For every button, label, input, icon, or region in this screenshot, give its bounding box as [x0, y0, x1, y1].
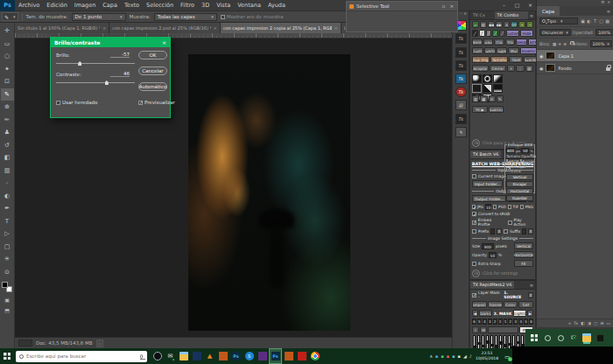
document-image[interactable] [188, 54, 350, 331]
zoom-field[interactable] [18, 340, 32, 346]
combo-button[interactable]: Super [497, 47, 508, 54]
size-field[interactable]: 800 [482, 243, 494, 249]
filter-icon[interactable]: ▦ [604, 18, 610, 24]
combo-button[interactable]: Lum [472, 47, 483, 54]
minimize-button[interactable]: – [497, 0, 511, 10]
tray-expand[interactable]: ∧ [429, 354, 433, 359]
tool-button[interactable]: ⊙ [1, 266, 14, 279]
darks-zone-button[interactable]: 2 [493, 318, 497, 325]
zoom-in-button[interactable]: + [518, 21, 525, 28]
play-action-checkbox[interactable] [508, 220, 512, 225]
volume-icon[interactable]: ♪ [469, 354, 472, 359]
lights-zone-button[interactable]: 2 [508, 318, 512, 325]
document-tab[interactable]: con capas impresion 2.psd al 25% (RGB/16… [109, 23, 221, 33]
visibility-eye-icon[interactable]: ◉ [539, 53, 543, 59]
layers-action-icon[interactable]: ▭ [606, 321, 610, 326]
png-checkbox[interactable] [520, 205, 524, 209]
taskbar-app-blue[interactable]: S [243, 348, 256, 364]
tab-tk-rapidmask[interactable]: TK RapidMask2 V6 [470, 281, 514, 289]
tool-button[interactable]: ✦ [1, 63, 14, 76]
foreground-color-swatch[interactable] [2, 282, 8, 288]
batch-footer[interactable]: Tk Click for settings [470, 268, 535, 279]
combo-button[interactable]: Tamaño [490, 56, 508, 63]
menu-item[interactable]: Ayuda [264, 0, 289, 11]
panel-menu-icon[interactable]: ≡ [528, 281, 535, 289]
invert-button[interactable]: I [472, 326, 479, 333]
brush-gray[interactable]: ╱ [486, 30, 492, 37]
mask-preset-thumb[interactable] [483, 84, 492, 93]
minimize-icon[interactable]: – [460, 11, 462, 18]
contrast-value[interactable]: 46 [110, 71, 130, 77]
filter-icon[interactable]: T [592, 18, 598, 24]
close-icon[interactable]: × [463, 11, 467, 18]
zoom-100-button[interactable]: 100% [511, 21, 518, 28]
combo-button[interactable]: Acoplar [472, 65, 489, 72]
argb-checkbox[interactable] [506, 159, 508, 164]
tool-button[interactable]: ◧ [1, 151, 14, 164]
tab-tk-cx[interactable]: TK Cx V6 [470, 11, 495, 19]
close-icon[interactable]: × [448, 4, 454, 9]
combo-button[interactable]: S&W [509, 56, 523, 63]
close-icon[interactable]: × [607, 0, 610, 6]
spectrum-button[interactable] [488, 326, 518, 333]
task-view-button[interactable] [556, 333, 565, 342]
taskbar-app-orange2[interactable] [282, 348, 295, 364]
combo-button[interactable]: Desat [516, 38, 527, 46]
mask-preset-thumb[interactable] [493, 74, 503, 83]
combo-button[interactable]: Suave [483, 38, 494, 46]
tool-button[interactable]: ◦ [1, 177, 14, 190]
tk-menu-button[interactable]: TK ▶ [472, 106, 488, 113]
mask-preset-thumb[interactable] [483, 74, 492, 83]
tray-icon[interactable]: ▪ [447, 354, 449, 359]
restore-icon[interactable]: ▫ [441, 4, 447, 9]
visibility-eye-icon[interactable]: ◉ [539, 66, 543, 71]
combo-button[interactable]: Hide [520, 30, 533, 37]
search-input[interactable] [26, 354, 137, 359]
shift-lights-button[interactable]: ▶ [527, 310, 533, 317]
menu-item[interactable]: Imagen [71, 0, 99, 11]
clear-prefix-button[interactable]: X [497, 228, 502, 234]
tk-module-icon[interactable]: Tk [455, 74, 467, 84]
layer-filter-dropdown[interactable]: Tipo ▾ [539, 18, 578, 24]
brightness-slider[interactable] [56, 63, 135, 64]
extra-sharp-checkbox[interactable] [472, 262, 476, 266]
tab-close-icon[interactable]: × [335, 25, 338, 31]
tool-button[interactable]: ○ [1, 50, 14, 63]
close-source-button[interactable]: X [528, 292, 533, 298]
taskbar-chrome[interactable] [308, 348, 321, 364]
layer-thumbnail[interactable] [546, 52, 555, 60]
extra-sharpen-checkbox[interactable] [506, 167, 511, 172]
web-sharpen-button[interactable]: Encajar [506, 181, 533, 187]
tk-module-icon[interactable]: Tk [455, 114, 467, 124]
taskbar-explorer[interactable] [177, 348, 190, 364]
layers-action-icon[interactable]: ∞ [568, 321, 572, 326]
suffix-field[interactable] [522, 228, 526, 234]
menu-item[interactable]: Capa [99, 0, 121, 11]
taskbar-app-purple[interactable] [256, 348, 269, 364]
use-legacy-checkbox[interactable]: Usar heredado [56, 100, 97, 105]
tool-button[interactable]: ♟ [1, 126, 14, 139]
darks-zone-button[interactable]: 3 [488, 318, 492, 325]
tray-icon[interactable]: ▪ [452, 354, 454, 359]
layer-thumbnail[interactable] [546, 64, 555, 72]
slider-thumb[interactable] [105, 80, 109, 85]
layer-row-fondo[interactable]: ◉ Fondo [537, 62, 613, 74]
tool-button[interactable]: ↺ [1, 139, 14, 152]
taskbar-app-navy[interactable] [190, 348, 203, 364]
tk-module-icon[interactable]: ✎ [455, 127, 467, 137]
taskbar-vlc[interactable]: ▲ [203, 348, 216, 364]
menu-item[interactable]: Ventana [234, 0, 264, 11]
selective-tool-titlebar[interactable]: Selective Tool ▫ × [347, 2, 457, 11]
suffix-checkbox[interactable] [504, 229, 508, 234]
lights-zone-button[interactable]: 1 [504, 318, 508, 325]
tk-module-icon[interactable]: ▤ [455, 100, 467, 110]
tab-close-icon[interactable]: × [214, 25, 217, 31]
fill-dropdown[interactable]: 100%▾ [590, 40, 612, 47]
tool-button[interactable]: ✏ [1, 114, 14, 127]
input-folder-button[interactable]: Input Folder... [472, 180, 503, 187]
restore-button[interactable]: ▢ [511, 0, 524, 10]
taskbar-search[interactable] [16, 351, 147, 362]
mask-view-button[interactable]: M [480, 326, 487, 333]
color-swatches[interactable] [2, 282, 12, 292]
menu-item[interactable]: Edición [43, 0, 71, 11]
